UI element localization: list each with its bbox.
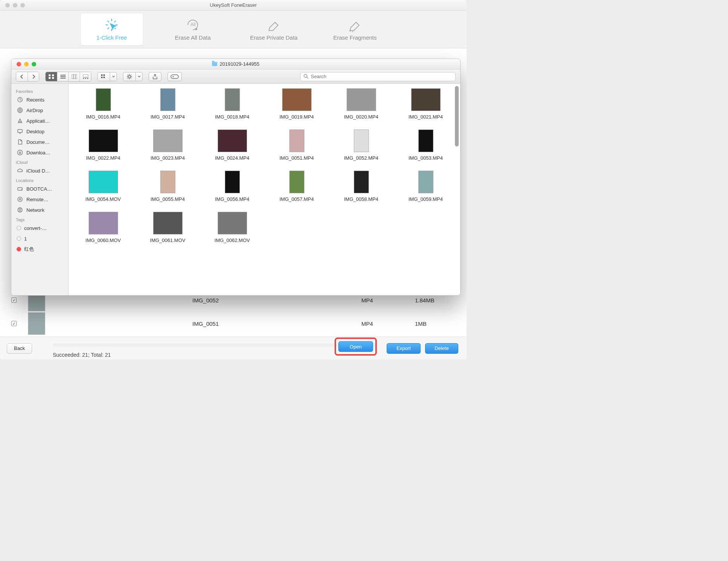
search-input[interactable] xyxy=(311,74,452,79)
sidebar-tag-item[interactable]: convert-… xyxy=(11,223,68,233)
svg-rect-2 xyxy=(49,74,51,76)
sidebar-group-tags: Tags xyxy=(11,215,68,223)
sidebar-item[interactable]: AirDrop xyxy=(11,105,68,116)
list-row[interactable]: ✓ IMG_0051 MP4 1MB xyxy=(11,312,45,335)
arrange-button[interactable] xyxy=(97,72,110,81)
file-name-label: IMG_0053.MP4 xyxy=(409,155,443,161)
svg-point-18 xyxy=(304,74,307,77)
tag-color-dot xyxy=(17,247,21,251)
file-thumbnail xyxy=(418,171,433,193)
file-item[interactable]: IMG_0019.MP4 xyxy=(264,88,329,120)
sidebar-tag-item[interactable]: 红色 xyxy=(11,244,68,254)
file-thumbnail xyxy=(289,129,304,152)
sidebar-item[interactable]: Applicati… xyxy=(11,116,68,126)
nav-buttons xyxy=(16,72,39,82)
sidebar-item[interactable]: Docume… xyxy=(11,137,68,147)
gallery-view-button[interactable] xyxy=(80,72,91,81)
gear-icon xyxy=(127,74,132,79)
file-name-label: IMG_0059.MP4 xyxy=(409,196,443,202)
tags-button[interactable] xyxy=(167,72,182,81)
horizontal-scrollbar[interactable] xyxy=(53,343,376,347)
icloud-icon xyxy=(17,167,23,174)
checkbox[interactable]: ✓ xyxy=(11,321,17,326)
sidebar-item-label: 1 xyxy=(24,236,27,242)
open-button[interactable]: Open xyxy=(338,341,373,352)
file-item[interactable]: IMG_0016.MP4 xyxy=(71,88,135,120)
nav-back-button[interactable] xyxy=(16,72,28,81)
svg-rect-9 xyxy=(85,78,86,79)
sidebar-item-label: Applicati… xyxy=(26,118,50,124)
applications-icon xyxy=(17,117,23,124)
sidebar-item[interactable]: Desktop xyxy=(11,126,68,137)
row-size: 1.84MB xyxy=(415,297,435,304)
sidebar-tag-item[interactable]: 1 xyxy=(11,233,68,244)
finder-search[interactable] xyxy=(300,72,456,81)
file-item[interactable]: IMG_0056.MP4 xyxy=(200,171,264,202)
sidebar-item[interactable]: BOOTCA… xyxy=(11,183,68,194)
sidebar-item[interactable]: Downloa… xyxy=(11,147,68,158)
file-item[interactable]: IMG_0021.MP4 xyxy=(393,88,458,120)
file-item[interactable]: IMG_0058.MP4 xyxy=(329,171,393,202)
column-view-button[interactable] xyxy=(68,72,80,81)
back-button[interactable]: Back xyxy=(7,343,32,354)
downloads-icon xyxy=(17,149,23,156)
action-menu-button[interactable] xyxy=(136,72,143,81)
tab-erase-private[interactable]: Erase Private Data xyxy=(243,14,305,45)
arrange-menu-button[interactable] xyxy=(110,72,117,81)
chevron-down-icon xyxy=(138,76,141,78)
sidebar-item[interactable]: Recents xyxy=(11,94,68,105)
file-item[interactable]: IMG_0051.MP4 xyxy=(264,129,329,161)
action-button[interactable] xyxy=(123,72,136,81)
nav-forward-button[interactable] xyxy=(28,72,39,81)
file-item[interactable]: IMG_0020.MP4 xyxy=(329,88,393,120)
list-view-button[interactable] xyxy=(57,72,68,81)
icon-view-button[interactable] xyxy=(46,72,57,81)
tab-erase-all[interactable]: All Erase All Data xyxy=(162,14,224,45)
tag-color-dot xyxy=(17,236,21,241)
folder-icon xyxy=(212,62,217,66)
export-button[interactable]: Export xyxy=(387,343,421,354)
tab-erase-fragments[interactable]: Erase Fragments xyxy=(324,14,386,45)
file-item[interactable]: IMG_0054.MOV xyxy=(71,171,135,202)
scrollbar-thumb[interactable] xyxy=(455,86,459,146)
row-thumbnail xyxy=(28,312,45,335)
share-icon xyxy=(152,74,158,79)
file-thumbnail xyxy=(153,129,183,152)
file-thumbnail xyxy=(89,129,118,152)
file-item[interactable]: IMG_0057.MP4 xyxy=(264,171,329,202)
file-icon-area[interactable]: IMG_0016.MP4IMG_0017.MP4IMG_0018.MP4IMG_… xyxy=(69,84,460,295)
file-item[interactable]: IMG_0053.MP4 xyxy=(393,129,458,161)
file-name-label: IMG_0060.MOV xyxy=(86,237,121,243)
checkbox[interactable]: ✓ xyxy=(11,297,17,303)
list-icon xyxy=(60,74,66,79)
sidebar-item-label: Desktop xyxy=(26,129,45,134)
file-thumbnail xyxy=(153,212,183,234)
svg-rect-11 xyxy=(101,74,103,76)
file-item[interactable]: IMG_0052.MP4 xyxy=(329,129,393,161)
delete-button[interactable]: Delete xyxy=(425,343,458,354)
file-item[interactable]: IMG_0018.MP4 xyxy=(200,88,264,120)
sidebar-item[interactable]: Network xyxy=(11,205,68,215)
file-name-label: IMG_0021.MP4 xyxy=(409,114,443,120)
file-thumbnail xyxy=(225,88,240,111)
share-button[interactable] xyxy=(149,72,161,81)
tab-1click-free[interactable]: 1-Click Free xyxy=(81,14,143,45)
file-thumbnail xyxy=(218,212,247,234)
file-item[interactable]: IMG_0017.MP4 xyxy=(135,88,200,120)
sidebar-item[interactable]: Remote… xyxy=(11,194,68,205)
file-item[interactable]: IMG_0061.MOV xyxy=(135,212,200,243)
file-name-label: IMG_0058.MP4 xyxy=(344,196,378,202)
file-item[interactable]: IMG_0062.MOV xyxy=(200,212,264,243)
file-item[interactable]: IMG_0024.MP4 xyxy=(200,129,264,161)
file-thumbnail xyxy=(289,171,304,193)
file-item[interactable]: IMG_0022.MP4 xyxy=(71,129,135,161)
file-item[interactable]: IMG_0055.MP4 xyxy=(135,171,200,202)
file-item[interactable]: IMG_0060.MOV xyxy=(71,212,135,243)
sidebar-item[interactable]: iCloud D… xyxy=(11,165,68,176)
action-group xyxy=(123,72,143,81)
file-item[interactable]: IMG_0023.MP4 xyxy=(135,129,200,161)
file-item[interactable]: IMG_0059.MP4 xyxy=(393,171,458,202)
file-name-label: IMG_0056.MP4 xyxy=(215,196,249,202)
file-scrollbar[interactable] xyxy=(454,85,459,294)
airdrop-icon xyxy=(17,107,23,114)
